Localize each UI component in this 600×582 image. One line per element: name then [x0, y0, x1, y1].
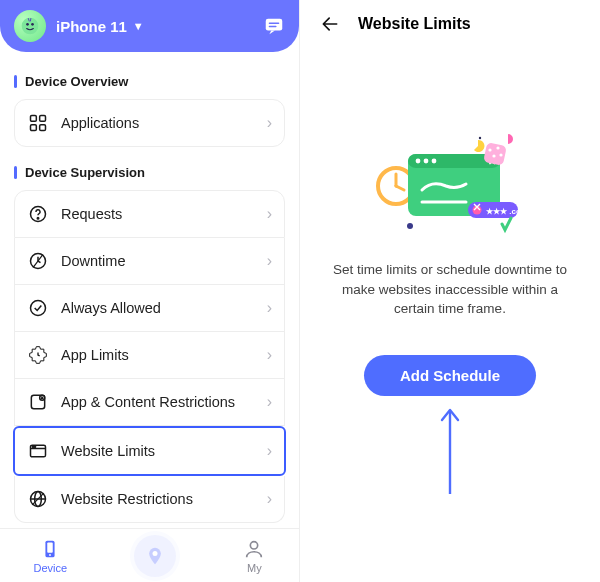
- always-allowed-icon: [27, 297, 49, 319]
- device-header[interactable]: iPhone 11 ▼: [0, 0, 299, 52]
- svg-point-18: [32, 446, 33, 447]
- app-limits-icon: [27, 344, 49, 366]
- sidebar-item-app-content-restrictions[interactable]: App & Content Restrictions ›: [14, 379, 285, 426]
- svg-text:★★★ .com: ★★★ .com: [486, 207, 528, 216]
- bottom-tabs: Device My: [0, 528, 299, 582]
- sidebar: iPhone 11 ▼ Device Overview Applications…: [0, 0, 300, 582]
- svg-point-26: [153, 551, 158, 556]
- arrow-left-icon: [320, 14, 340, 34]
- sidebar-item-applications[interactable]: Applications ›: [14, 99, 285, 147]
- svg-line-30: [396, 186, 404, 190]
- location-pin-icon: [145, 546, 165, 566]
- svg-rect-8: [31, 125, 37, 131]
- svg-point-34: [424, 159, 429, 164]
- chevron-right-icon: ›: [267, 393, 272, 411]
- website-restrictions-icon: [27, 488, 49, 510]
- sidebar-item-website-restrictions[interactable]: Website Restrictions ›: [14, 476, 285, 523]
- sidebar-item-always-allowed[interactable]: Always Allowed ›: [14, 285, 285, 332]
- chevron-right-icon: ›: [267, 205, 272, 223]
- tab-device-label: Device: [34, 562, 68, 574]
- chevron-down-icon[interactable]: ▼: [133, 20, 144, 32]
- applications-label: Applications: [61, 115, 139, 131]
- chevron-right-icon: ›: [267, 299, 272, 317]
- requests-label: Requests: [61, 206, 122, 222]
- arrow-up-annotation: [438, 406, 462, 496]
- website-limits-icon: [27, 440, 49, 462]
- svg-point-45: [499, 153, 502, 156]
- chevron-right-icon: ›: [267, 442, 272, 460]
- svg-rect-9: [40, 125, 46, 131]
- svg-point-43: [496, 146, 499, 149]
- svg-point-13: [31, 301, 46, 316]
- main-header: Website Limits: [320, 14, 580, 34]
- app-content-restrictions-label: App & Content Restrictions: [61, 394, 235, 410]
- sidebar-item-requests[interactable]: Requests ›: [14, 190, 285, 238]
- main-panel: Website Limits ✕ ★★★ .com: [300, 0, 600, 582]
- tab-location[interactable]: [134, 535, 176, 577]
- supervision-group: Requests › Downtime › Always Allowed › A…: [14, 190, 285, 523]
- apps-icon: [27, 112, 49, 134]
- sidebar-item-website-limits[interactable]: Website Limits ›: [13, 426, 286, 476]
- chevron-right-icon: ›: [267, 252, 272, 270]
- app-content-restrictions-icon: [27, 391, 49, 413]
- avatar-icon: [20, 16, 40, 36]
- svg-point-47: [407, 223, 413, 229]
- downtime-label: Downtime: [61, 253, 125, 269]
- main-body: ✕ ★★★ .com Set time limits or schedule d…: [320, 34, 580, 568]
- svg-point-11: [37, 217, 39, 219]
- device-name-label: iPhone 11: [56, 18, 127, 35]
- website-restrictions-label: Website Restrictions: [61, 491, 193, 507]
- device-icon: [39, 538, 61, 560]
- tab-my-label: My: [247, 562, 262, 574]
- svg-rect-3: [266, 19, 283, 31]
- app-limits-label: App Limits: [61, 347, 129, 363]
- svg-point-27: [251, 541, 258, 548]
- svg-point-44: [492, 154, 495, 157]
- svg-point-35: [432, 159, 437, 164]
- chat-icon[interactable]: [263, 15, 285, 37]
- downtime-icon: [27, 250, 49, 272]
- svg-point-2: [31, 23, 34, 26]
- always-allowed-label: Always Allowed: [61, 300, 161, 316]
- page-title: Website Limits: [358, 15, 471, 33]
- section-title-overview: Device Overview: [14, 74, 285, 89]
- chevron-right-icon: ›: [267, 114, 272, 132]
- svg-rect-24: [48, 542, 54, 552]
- chevron-right-icon: ›: [267, 490, 272, 508]
- sidebar-item-app-limits[interactable]: App Limits ›: [14, 332, 285, 379]
- sidebar-item-downtime[interactable]: Downtime ›: [14, 238, 285, 285]
- svg-point-46: [479, 137, 481, 139]
- tab-device[interactable]: Device: [34, 538, 68, 574]
- back-button[interactable]: [320, 14, 344, 34]
- svg-point-42: [488, 148, 491, 151]
- add-schedule-button[interactable]: Add Schedule: [364, 355, 536, 396]
- svg-point-19: [34, 446, 35, 447]
- device-avatar: [14, 10, 46, 42]
- svg-point-33: [416, 159, 421, 164]
- person-icon: [243, 538, 265, 560]
- section-title-supervision: Device Supervision: [14, 165, 285, 180]
- requests-icon: [27, 203, 49, 225]
- svg-rect-7: [40, 116, 46, 122]
- chevron-right-icon: ›: [267, 346, 272, 364]
- tab-my[interactable]: My: [243, 538, 265, 574]
- sidebar-scroll-area: Device Overview Applications › Device Su…: [0, 52, 299, 528]
- svg-point-1: [26, 23, 29, 26]
- description-text: Set time limits or schedule downtime to …: [320, 260, 580, 319]
- website-limits-label: Website Limits: [61, 443, 155, 459]
- svg-point-0: [22, 18, 39, 35]
- svg-rect-6: [31, 116, 37, 122]
- hero-illustration: ✕ ★★★ .com: [370, 124, 530, 244]
- svg-point-25: [49, 554, 51, 556]
